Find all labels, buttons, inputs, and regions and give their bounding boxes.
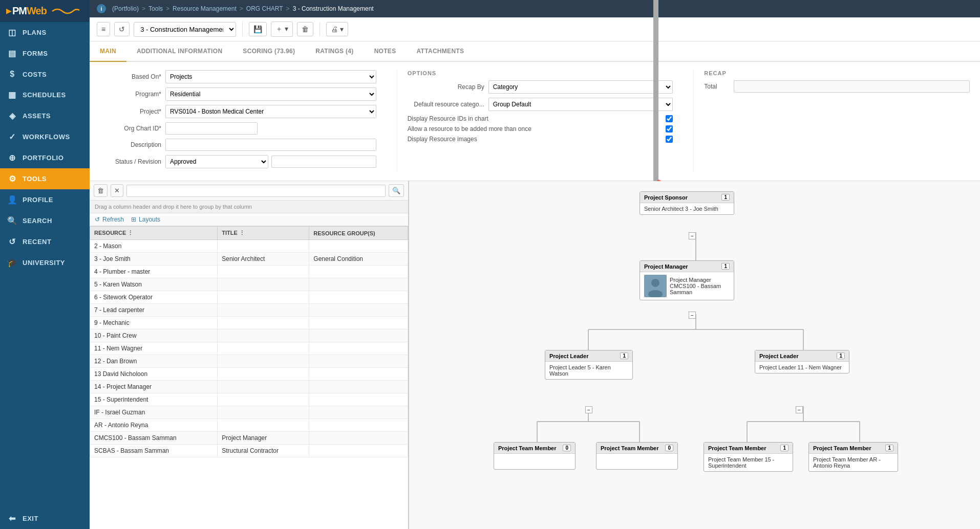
col-resource-group[interactable]: RESOURCE GROUP(S) xyxy=(309,227,408,240)
table-row[interactable]: 10 - Paint Crew xyxy=(90,329,408,342)
total-row: Total 0 xyxy=(704,80,970,93)
program-select[interactable]: Residential xyxy=(165,87,376,101)
tab-additional[interactable]: ADDITIONAL INFORMATION xyxy=(126,41,232,62)
table-row[interactable]: 2 - Mason xyxy=(90,240,408,253)
collapse-manager[interactable]: − xyxy=(689,312,696,319)
table-row[interactable]: 4 - Plumber - master xyxy=(90,266,408,278)
table-row[interactable]: 13 David Nicholoon xyxy=(90,368,408,381)
breadcrumb-org-chart[interactable]: ORG CHART xyxy=(246,5,283,12)
allow-more-checkbox[interactable] xyxy=(666,125,673,133)
sidebar-item-search[interactable]: 🔍 SEARCH xyxy=(0,210,90,231)
undo-button[interactable]: ↺ xyxy=(114,22,130,36)
sidebar-item-portfolio[interactable]: ⊕ PORTFOLIO xyxy=(0,147,90,168)
table-row[interactable]: CMCS100 - Bassam SammanProject Manager xyxy=(90,432,408,445)
info-icon[interactable]: i xyxy=(97,4,106,13)
default-resource-select[interactable]: Group Default xyxy=(488,98,673,111)
display-images-checkbox[interactable] xyxy=(666,136,673,143)
table-row[interactable]: 11 - Nem Wagner xyxy=(90,342,408,355)
tab-ratings[interactable]: RATINGS (4) xyxy=(305,41,364,62)
table-row[interactable]: 5 - Karen Watson xyxy=(90,278,408,291)
sidebar-item-assets-label: ASSETS xyxy=(23,112,51,120)
table-row[interactable]: 6 - Sitework Operator xyxy=(90,291,408,304)
sidebar-item-assets[interactable]: ◈ ASSETS xyxy=(0,105,90,126)
table-row[interactable]: IF - Israel Guzman xyxy=(90,406,408,419)
orgid-input[interactable]: 3 xyxy=(165,122,258,135)
team-3-body: Project Team Member 15 - Superintendent xyxy=(704,454,793,471)
breadcrumb-resource-mgmt[interactable]: Resource Management xyxy=(173,5,237,12)
plans-icon: ◫ xyxy=(7,28,17,37)
refresh-button[interactable]: ↺ Refresh xyxy=(95,216,124,223)
cell-title xyxy=(218,419,309,432)
sidebar-item-workflows[interactable]: ✓ WORKFLOWS xyxy=(0,126,90,147)
tab-scoring[interactable]: SCORING (73.96) xyxy=(232,41,305,62)
recent-icon: ↺ xyxy=(7,237,17,247)
tab-attachments[interactable]: ATTACHMENTS xyxy=(406,41,474,62)
layouts-button[interactable]: ⊞ Layouts xyxy=(131,216,160,223)
forms-icon: ▤ xyxy=(7,49,17,58)
sidebar-item-university[interactable]: 🎓 UNIVERSITY xyxy=(0,252,90,273)
description-input[interactable]: Construction Management xyxy=(165,139,376,151)
sidebar-item-profile[interactable]: 👤 PROFILE xyxy=(0,189,90,210)
tab-notes[interactable]: NOTES xyxy=(364,41,407,62)
record-selector[interactable]: 3 - Construction Management xyxy=(134,22,236,37)
table-row[interactable]: 7 - Lead carpenter xyxy=(90,304,408,317)
sidebar-item-costs[interactable]: $ COSTS xyxy=(0,64,90,84)
collapse-leader-left[interactable]: − xyxy=(585,406,592,413)
collapse-sponsor[interactable]: − xyxy=(689,232,696,239)
add-button[interactable]: ＋ ▾ xyxy=(271,21,293,37)
table-row[interactable]: 15 - Superintendent xyxy=(90,393,408,406)
cell-resource: CMCS100 - Bassam Samman xyxy=(90,432,218,445)
cell-title: Project Manager xyxy=(218,432,309,445)
resource-delete-button[interactable]: 🗑 xyxy=(94,184,108,197)
table-row[interactable]: 12 - Dan Brown xyxy=(90,355,408,368)
resource-search-input[interactable] xyxy=(126,185,386,197)
table-row[interactable]: 14 - Project Manager xyxy=(90,381,408,393)
logo-text: PMWeb xyxy=(12,5,47,17)
delete-button[interactable]: 🗑 xyxy=(297,22,313,36)
sidebar-item-tools[interactable]: ⚙ TOOLS xyxy=(0,168,90,189)
breadcrumb-tools[interactable]: Tools xyxy=(148,5,163,12)
sidebar-item-schedules[interactable]: ▦ SCHEDULES xyxy=(0,84,90,105)
table-row[interactable]: AR - Antonio Reyna xyxy=(90,419,408,432)
table-row[interactable]: 9 - Mechanic xyxy=(90,317,408,329)
col-title[interactable]: TITLE ⋮ xyxy=(218,227,309,240)
col-resource[interactable]: RESOURCE ⋮ xyxy=(90,227,218,240)
table-row[interactable]: 3 - Joe SmithSenior ArchitectGeneral Con… xyxy=(90,253,408,266)
print-button[interactable]: 🖨 ▾ xyxy=(326,22,348,36)
cell-title: Structural Contractor xyxy=(218,445,309,457)
sponsor-count: 1 xyxy=(721,194,730,201)
form-area: Based On* Projects Program* Residential xyxy=(90,62,980,181)
layouts-label: Layouts xyxy=(139,216,160,223)
tab-main[interactable]: MAIN xyxy=(90,41,126,62)
sidebar-item-plans[interactable]: ◫ PLANS xyxy=(0,22,90,43)
display-ids-checkbox[interactable] xyxy=(666,115,673,122)
revision-input[interactable]: 0 xyxy=(271,156,376,168)
svg-point-14 xyxy=(651,279,659,287)
cell-resource: 13 David Nicholoon xyxy=(90,368,218,381)
leader-right-count: 1 xyxy=(837,352,845,359)
resource-cancel-button[interactable]: ✕ xyxy=(111,184,123,197)
sidebar-item-exit[interactable]: ⬅ EXIT xyxy=(0,508,90,529)
sidebar-item-recent[interactable]: ↺ RECENT xyxy=(0,231,90,252)
breadcrumb-sep-3: > xyxy=(240,5,243,12)
cell-title xyxy=(218,317,309,329)
resource-panel: 🗑 ✕ 🔍 Drag a column header and drop it h… xyxy=(90,181,409,529)
project-select[interactable]: RVS0104 - Boston Medical Center xyxy=(165,105,376,118)
cell-group xyxy=(309,317,408,329)
team-3-title: Project Team Member xyxy=(708,445,766,451)
menu-button[interactable]: ≡ xyxy=(97,22,110,36)
resource-search-button[interactable]: 🔍 xyxy=(389,184,404,197)
save-button[interactable]: 💾 xyxy=(249,22,267,36)
table-row[interactable]: SCBAS - Bassam SammanStructural Contract… xyxy=(90,445,408,457)
breadcrumb-portfolio[interactable]: (Portfolio) xyxy=(112,5,139,12)
form-row-basedon: Based On* Projects xyxy=(100,70,376,83)
based-on-select[interactable]: Projects xyxy=(165,70,376,83)
collapse-leader-right[interactable]: − xyxy=(796,406,803,413)
team-2-header: Project Team Member 0 xyxy=(596,443,677,454)
default-resource-wrap: Group Default xyxy=(488,98,673,111)
cell-resource: AR - Antonio Reyna xyxy=(90,419,218,432)
org-node-sponsor-header: Project Sponsor 1 xyxy=(640,192,734,203)
recap-by-select[interactable]: Category xyxy=(488,80,673,94)
status-select[interactable]: Approved xyxy=(165,155,268,168)
sidebar-item-forms[interactable]: ▤ FORMS xyxy=(0,43,90,64)
